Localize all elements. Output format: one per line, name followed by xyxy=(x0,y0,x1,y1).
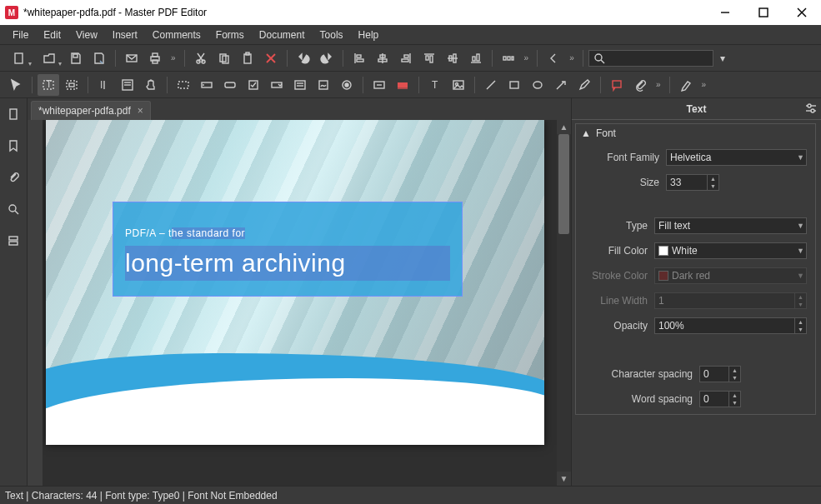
toolbar-overflow-3[interactable]: » xyxy=(566,53,578,62)
toolbar-overflow-1[interactable]: » xyxy=(168,53,179,62)
attachments-tab[interactable] xyxy=(3,167,24,188)
button-tool[interactable] xyxy=(219,74,241,96)
align-right-button[interactable] xyxy=(395,47,417,69)
char-spacing-input[interactable]: 0▲▼ xyxy=(699,366,741,382)
size-input[interactable]: 33▲▼ xyxy=(666,174,719,191)
menu-help[interactable]: Help xyxy=(351,27,387,43)
svg-rect-35 xyxy=(477,54,479,61)
svg-rect-19 xyxy=(357,55,361,57)
textbox-tool[interactable] xyxy=(173,74,194,96)
arrow-tool[interactable] xyxy=(550,74,572,96)
email-button[interactable] xyxy=(121,47,143,69)
font-section-header[interactable]: ▲ Font xyxy=(576,124,815,142)
signature-tool[interactable] xyxy=(313,74,334,96)
search-tab[interactable] xyxy=(3,198,24,220)
close-button[interactable] xyxy=(783,0,821,25)
align-middle-button[interactable] xyxy=(442,47,463,69)
menu-file[interactable]: File xyxy=(5,27,36,43)
note-tool[interactable] xyxy=(606,74,628,96)
radio-tool[interactable] xyxy=(336,74,358,96)
scroll-thumb[interactable] xyxy=(558,134,569,234)
menu-forms[interactable]: Forms xyxy=(208,27,252,43)
page: PDF/A – the standard for long-term archi… xyxy=(46,120,544,445)
paste-button[interactable] xyxy=(237,47,258,69)
select-tool[interactable] xyxy=(5,74,27,96)
font-family-select[interactable]: Helvetica▼ xyxy=(666,149,807,166)
dropdown-tool[interactable] xyxy=(266,74,288,96)
page-canvas[interactable]: PDF/A – the standard for long-term archi… xyxy=(43,120,557,486)
rect-tool[interactable] xyxy=(503,74,525,96)
line-tool[interactable] xyxy=(480,74,502,96)
new-doc-button[interactable] xyxy=(5,47,33,69)
panel-settings-icon[interactable] xyxy=(804,102,818,117)
align-bottom-button[interactable] xyxy=(465,47,487,69)
search-dropdown[interactable]: ▾ xyxy=(715,47,730,69)
type-select[interactable]: Fill text▼ xyxy=(654,217,807,234)
menu-view[interactable]: View xyxy=(68,27,105,43)
edit-form-tool[interactable] xyxy=(61,74,83,96)
minimize-button[interactable] xyxy=(706,0,744,25)
align-top-button[interactable] xyxy=(418,47,440,69)
redo-button[interactable] xyxy=(316,47,338,69)
prev-page-button[interactable] xyxy=(543,47,564,69)
image-tool[interactable] xyxy=(448,74,469,96)
delete-button[interactable] xyxy=(260,47,282,69)
copy-button[interactable] xyxy=(213,47,235,69)
checkbox-tool[interactable] xyxy=(243,74,264,96)
undo-button[interactable] xyxy=(293,47,314,69)
cut-button[interactable] xyxy=(190,47,212,69)
menu-comments[interactable]: Comments xyxy=(145,27,208,43)
menu-tools[interactable]: Tools xyxy=(313,27,351,43)
open-button[interactable] xyxy=(35,47,63,69)
select-text-tool[interactable]: I xyxy=(93,74,115,96)
word-spacing-input[interactable]: 0▲▼ xyxy=(699,391,741,407)
document-tab[interactable]: *whitepaper-pdfa.pdf × xyxy=(31,101,151,120)
menu-document[interactable]: Document xyxy=(252,27,313,43)
toolbar-overflow-4[interactable]: » xyxy=(653,80,664,89)
layers-tab[interactable] xyxy=(3,230,24,252)
scroll-up-icon[interactable]: ▲ xyxy=(557,120,571,134)
save-as-button[interactable] xyxy=(88,47,110,69)
highlight-tool[interactable] xyxy=(392,74,413,96)
svg-text:I: I xyxy=(100,79,103,91)
marker-tool[interactable] xyxy=(675,74,697,96)
pencil-tool[interactable] xyxy=(573,74,595,96)
link-tool[interactable] xyxy=(368,74,390,96)
tab-close-icon[interactable]: × xyxy=(138,105,143,117)
save-button[interactable] xyxy=(65,47,87,69)
edit-text-tool[interactable]: T xyxy=(38,74,59,96)
menu-edit[interactable]: Edit xyxy=(36,27,68,43)
svg-point-69 xyxy=(533,82,542,88)
scroll-track[interactable] xyxy=(557,134,571,472)
textfield-tool[interactable] xyxy=(196,74,218,96)
selected-text-frame[interactable]: PDF/A – the standard for long-term archi… xyxy=(113,202,463,297)
listbox-tool[interactable] xyxy=(289,74,311,96)
form-tool[interactable] xyxy=(117,74,138,96)
distribute-button[interactable] xyxy=(498,47,519,69)
thumbnails-tab[interactable] xyxy=(3,103,24,125)
hand-tool[interactable] xyxy=(140,74,162,96)
tools-toolbar: T I T » » xyxy=(0,72,821,98)
menu-insert[interactable]: Insert xyxy=(105,27,145,43)
maximize-button[interactable] xyxy=(744,0,783,25)
svg-rect-68 xyxy=(510,82,518,88)
svg-line-40 xyxy=(601,60,604,63)
svg-rect-52 xyxy=(225,82,235,87)
fill-color-select[interactable]: White▼ xyxy=(654,242,807,259)
opacity-input[interactable]: 100%▲▼ xyxy=(654,317,807,334)
window-controls xyxy=(706,0,821,25)
toolbar-overflow-2[interactable]: » xyxy=(521,53,533,62)
attach-tool[interactable] xyxy=(629,74,651,96)
align-center-h-button[interactable] xyxy=(372,47,393,69)
scroll-down-icon[interactable]: ▼ xyxy=(557,472,571,486)
svg-point-79 xyxy=(808,104,811,107)
svg-rect-36 xyxy=(503,57,506,60)
vertical-scrollbar[interactable]: ▲ ▼ xyxy=(557,120,571,486)
print-button[interactable] xyxy=(144,47,166,69)
bookmarks-tab[interactable] xyxy=(3,135,24,157)
search-input[interactable] xyxy=(588,50,713,67)
ellipse-tool[interactable] xyxy=(527,74,548,96)
align-left-button[interactable] xyxy=(348,47,370,69)
text-tool[interactable]: T xyxy=(424,74,446,96)
toolbar-overflow-5[interactable]: » xyxy=(698,80,710,89)
